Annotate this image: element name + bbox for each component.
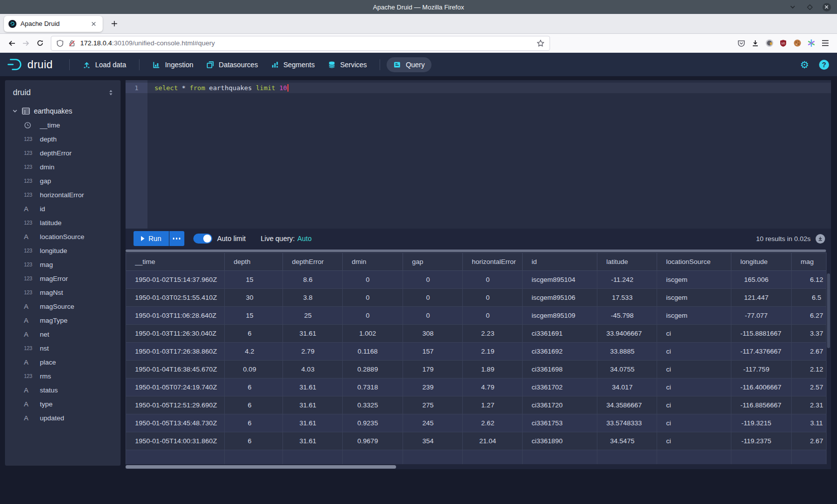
table-cell[interactable]: 2.67: [792, 432, 827, 450]
table-cell[interactable]: 0.3325: [343, 396, 403, 414]
table-cell[interactable]: 2.67: [792, 343, 827, 361]
sidebar-column-depthError[interactable]: 123depthError: [5, 146, 121, 160]
table-cell[interactable]: 2.31: [792, 396, 827, 414]
table-cell[interactable]: 275: [403, 396, 463, 414]
horizontal-scrollbar-thumb[interactable]: [126, 465, 396, 469]
table-cell[interactable]: 245: [403, 414, 463, 432]
table-cell[interactable]: ci3361753: [523, 414, 597, 432]
table-cell[interactable]: 17.533: [597, 289, 657, 307]
sql-editor-line[interactable]: select * from earthquakes limit 10: [147, 83, 831, 93]
table-cell[interactable]: 1950-01-05T14:00:31.860Z: [126, 432, 225, 450]
download-results-icon[interactable]: [816, 234, 825, 244]
table-cell[interactable]: 31.61: [283, 325, 343, 343]
live-query-value[interactable]: Auto: [297, 235, 312, 243]
table-cell[interactable]: 0: [343, 289, 403, 307]
table-cell[interactable]: 31.61: [283, 378, 343, 396]
window-maximize-button[interactable]: [805, 2, 814, 11]
sidebar-column-magType[interactable]: AmagType: [5, 313, 121, 327]
column-header-mag[interactable]: mag: [792, 253, 827, 271]
tracking-protection-shield-icon[interactable]: [56, 39, 64, 47]
editor-results-divider[interactable]: [126, 249, 831, 252]
table-cell[interactable]: 1.27: [463, 396, 523, 414]
table-cell[interactable]: ci3361702: [523, 378, 597, 396]
sidebar-column-depth[interactable]: 123depth: [5, 132, 121, 146]
sidebar-column-updated[interactable]: Aupdated: [5, 411, 121, 425]
sidebar-column-latitude[interactable]: 123latitude: [5, 216, 121, 230]
table-cell[interactable]: 6: [225, 396, 283, 414]
table-cell[interactable]: 4.2: [225, 343, 283, 361]
table-cell[interactable]: 0: [463, 307, 523, 325]
sidebar-column-magError[interactable]: 123magError: [5, 271, 121, 285]
table-cell[interactable]: ci: [657, 414, 731, 432]
column-header-depth[interactable]: depth: [225, 253, 283, 271]
table-cell[interactable]: 8.6: [283, 271, 343, 289]
downloads-icon[interactable]: [748, 36, 762, 50]
column-header-horizontalError[interactable]: horizontalError: [463, 253, 523, 271]
column-header-longitude[interactable]: longitude: [731, 253, 792, 271]
table-cell[interactable]: ci3361720: [523, 396, 597, 414]
table-cell[interactable]: 6.5: [792, 289, 827, 307]
run-more-options-button[interactable]: [169, 231, 184, 246]
nav-segments[interactable]: Segments: [265, 57, 321, 72]
table-cell[interactable]: -11.242: [597, 271, 657, 289]
ublock-origin-extension-icon[interactable]: UO: [776, 36, 790, 50]
table-cell[interactable]: 3.8: [283, 289, 343, 307]
forward-button[interactable]: [19, 36, 33, 50]
table-cell[interactable]: ci: [657, 432, 731, 450]
pocket-icon[interactable]: [734, 36, 748, 50]
table-cell[interactable]: iscgem: [657, 289, 731, 307]
table-cell[interactable]: iscgem895109: [523, 307, 597, 325]
table-cell[interactable]: 34.3586667: [597, 396, 657, 414]
help-icon[interactable]: ?: [819, 60, 829, 70]
table-cell[interactable]: 239: [403, 378, 463, 396]
multi-account-containers-icon[interactable]: [804, 36, 818, 50]
table-cell[interactable]: 2.62: [463, 414, 523, 432]
column-header-__time[interactable]: __time: [126, 253, 225, 271]
table-cell[interactable]: 2.23: [463, 325, 523, 343]
table-cell[interactable]: -119.3215: [731, 414, 792, 432]
nav-query[interactable]: Query: [387, 57, 431, 72]
table-cell[interactable]: 34.5475: [597, 432, 657, 450]
table-cell[interactable]: ci3361890: [523, 432, 597, 450]
table-cell[interactable]: 33.5748333: [597, 414, 657, 432]
table-cell[interactable]: 0.09: [225, 361, 283, 378]
sidebar-column-mag[interactable]: 123mag: [5, 257, 121, 271]
table-cell[interactable]: 0.9679: [343, 432, 403, 450]
table-cell[interactable]: 3.11: [792, 414, 827, 432]
table-cell[interactable]: -77.077: [731, 307, 792, 325]
table-cell[interactable]: iscgem895104: [523, 271, 597, 289]
table-cell[interactable]: 1.002: [343, 325, 403, 343]
sort-columns-icon[interactable]: [108, 89, 114, 96]
table-cell[interactable]: 31.61: [283, 414, 343, 432]
nav-services[interactable]: Services: [321, 57, 374, 72]
reload-button[interactable]: [33, 36, 47, 50]
new-tab-button[interactable]: [107, 16, 122, 31]
column-header-gap[interactable]: gap: [403, 253, 463, 271]
table-cell[interactable]: 0.7318: [343, 378, 403, 396]
insecure-lock-icon[interactable]: [68, 39, 76, 47]
table-cell[interactable]: -45.798: [597, 307, 657, 325]
table-cell[interactable]: 1950-01-03T17:26:38.860Z: [126, 343, 225, 361]
table-cell[interactable]: -115.8881667: [731, 325, 792, 343]
table-cell[interactable]: 1.89: [463, 361, 523, 378]
table-cell[interactable]: ci3361698: [523, 361, 597, 378]
table-cell[interactable]: 0: [403, 271, 463, 289]
table-cell[interactable]: 0.9235: [343, 414, 403, 432]
sidebar-column-longitude[interactable]: 123longitude: [5, 244, 121, 257]
table-cell[interactable]: ci: [657, 325, 731, 343]
table-cell[interactable]: ci: [657, 378, 731, 396]
table-cell[interactable]: 354: [403, 432, 463, 450]
tab-close-icon[interactable]: [89, 19, 98, 28]
table-cell[interactable]: 1950-01-04T16:38:45.670Z: [126, 361, 225, 378]
table-cell[interactable]: ci: [657, 361, 731, 378]
table-cell[interactable]: 6.27: [792, 307, 827, 325]
vertical-scrollbar[interactable]: [827, 273, 830, 348]
table-cell[interactable]: 157: [403, 343, 463, 361]
privacy-badger-extension-icon[interactable]: [762, 36, 776, 50]
table-cell[interactable]: 0.2889: [343, 361, 403, 378]
datasource-earthquakes[interactable]: earthquakes: [5, 104, 121, 118]
sidebar-column-horizontalError[interactable]: 123horizontalError: [5, 188, 121, 202]
table-cell[interactable]: 34.017: [597, 378, 657, 396]
sql-editor[interactable]: 1 select * from earthquakes limit 10: [126, 80, 831, 229]
cookie-extension-icon[interactable]: [790, 36, 804, 50]
